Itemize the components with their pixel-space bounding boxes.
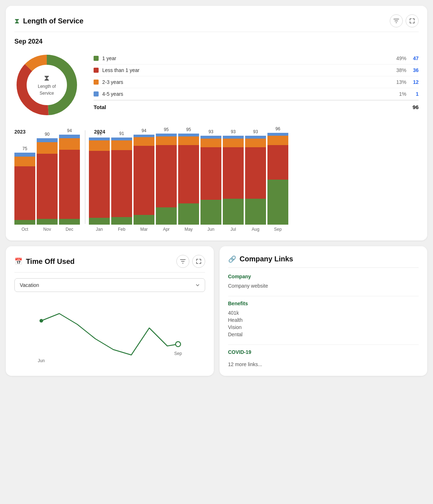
bar-stack-jul	[223, 136, 244, 225]
year-2023-label: 2023	[14, 129, 26, 135]
bar-aug: 93 Aug	[245, 129, 266, 232]
time-off-actions	[176, 255, 205, 268]
time-off-expand-button[interactable]	[192, 255, 205, 268]
seg-blue-mar	[134, 135, 154, 137]
seg-blue-jun	[200, 136, 221, 139]
seg-orange-feb	[111, 140, 132, 150]
seg-red-may	[178, 145, 199, 203]
legend-pct-less1year: 38%	[396, 67, 406, 73]
card-title: Length of Service	[23, 17, 84, 25]
company-links-header: 🔗 Company Links	[228, 255, 419, 268]
seg-blue-sep	[267, 133, 288, 136]
legend-pct-4-5years: 1%	[399, 91, 406, 97]
legend-row-4-5years: 4-5 years 1% 1	[94, 88, 419, 100]
svg-text:Jun: Jun	[38, 358, 45, 363]
seg-red-oct	[14, 166, 35, 220]
bar-nov: 90 Nov	[37, 132, 58, 232]
seg-red-dec	[59, 150, 80, 219]
bar-stack-apr	[156, 134, 177, 225]
start-dot	[40, 319, 43, 323]
bar-jan: 91 Jan	[89, 131, 110, 232]
link-dental[interactable]: Dental	[228, 331, 419, 338]
company-links-card: 🔗 Company Links Company Company website …	[220, 246, 428, 376]
legend-count-2-3years: 12	[408, 79, 419, 85]
year-divider	[85, 130, 85, 224]
legend-count-4-5years: 1	[408, 91, 419, 97]
hourglass-icon: ⧗	[14, 17, 19, 25]
links-divider-1	[228, 296, 419, 296]
link-icon: 🔗	[228, 255, 236, 263]
donut-svg	[14, 53, 79, 117]
legend-pct-2-3years: 13%	[396, 79, 406, 85]
covid-section: COVID-19	[228, 349, 419, 355]
seg-blue-jul	[223, 136, 244, 139]
legend-table: 1 year 49% 47 Less than 1 year 38% 36 2-…	[94, 53, 419, 110]
seg-green-dec	[59, 219, 80, 225]
title-group: ⧗ Length of Service	[14, 17, 84, 25]
filter-button[interactable]	[390, 14, 403, 27]
bar-may: 95 May	[178, 127, 199, 232]
legend-count-less1year: 36	[408, 67, 419, 73]
seg-green-may	[178, 203, 199, 225]
seg-green-oct	[14, 220, 35, 225]
legend-row-less1year: Less than 1 year 38% 36	[94, 64, 419, 76]
bar-stack-jun	[200, 136, 221, 225]
bar-stack-mar	[134, 135, 154, 225]
line-chart-container: Jun Sep	[14, 299, 205, 364]
legend-row-1year: 1 year 49% 47	[94, 53, 419, 64]
expand-button[interactable]	[406, 14, 419, 27]
seg-orange-apr	[156, 136, 177, 145]
company-links-title-group: 🔗 Company Links	[228, 255, 293, 263]
bar-stack-jan	[89, 138, 110, 225]
bar-stack-dec	[59, 135, 80, 225]
seg-green-jun	[200, 200, 221, 225]
more-links[interactable]: 12 more links...	[228, 361, 419, 367]
seg-green-jul	[223, 199, 244, 225]
link-401k[interactable]: 401k	[228, 309, 419, 316]
legend-count-1year: 47	[408, 55, 419, 61]
seg-orange-jun	[200, 139, 221, 147]
seg-orange-aug	[245, 139, 266, 147]
link-vision[interactable]: Vision	[228, 324, 419, 331]
time-off-title-group: 📅 Time Off Used	[14, 257, 75, 266]
end-dot	[176, 342, 181, 347]
seg-orange-mar	[134, 137, 154, 146]
seg-orange-jan	[89, 140, 110, 151]
seg-green-mar	[134, 215, 154, 225]
seg-red-apr	[156, 145, 177, 207]
benefits-section: Benefits 401k Health Vision Dental	[228, 301, 419, 338]
legend-row-2-3years: 2-3 years 13% 12	[94, 76, 419, 88]
vacation-dropdown[interactable]: Vacation Sick Personal	[14, 278, 205, 292]
time-off-title: Time Off Used	[26, 257, 75, 266]
seg-orange-nov	[37, 142, 58, 154]
calendar-icon: 📅	[14, 257, 22, 265]
link-health[interactable]: Health	[228, 316, 419, 324]
legend-dot-less1year	[94, 68, 99, 73]
seg-orange-sep	[267, 136, 288, 145]
legend-pct-1year: 49%	[396, 55, 406, 61]
bar-jun: 93 Jun	[200, 129, 221, 232]
seg-red-jun	[200, 147, 221, 200]
seg-green-feb	[111, 217, 132, 225]
seg-blue-may	[178, 134, 199, 136]
bar-dec: 94 Dec	[59, 128, 80, 232]
bar-stack-nov	[37, 138, 58, 225]
seg-red-mar	[134, 146, 154, 215]
seg-blue-oct	[14, 153, 35, 157]
bar-stack-feb	[111, 138, 132, 225]
seg-green-sep	[267, 180, 288, 225]
bar-stack-aug	[245, 136, 266, 225]
legend-label-less1year: Less than 1 year	[102, 67, 396, 73]
benefits-heading: Benefits	[228, 301, 419, 306]
company-website-link[interactable]: Company website	[228, 282, 419, 289]
seg-orange-oct	[14, 157, 35, 166]
card-header: ⧗ Length of Service	[14, 14, 419, 32]
legend-dot-1year	[94, 56, 99, 61]
seg-red-jul	[223, 147, 244, 199]
bar-mar: 94 Mar	[134, 128, 154, 232]
time-off-filter-button[interactable]	[176, 255, 189, 268]
bar-chart: 75 Oct 90 Nov	[14, 138, 419, 232]
seg-red-nov	[37, 154, 58, 219]
seg-orange-jul	[223, 139, 244, 147]
links-divider-2	[228, 345, 419, 345]
